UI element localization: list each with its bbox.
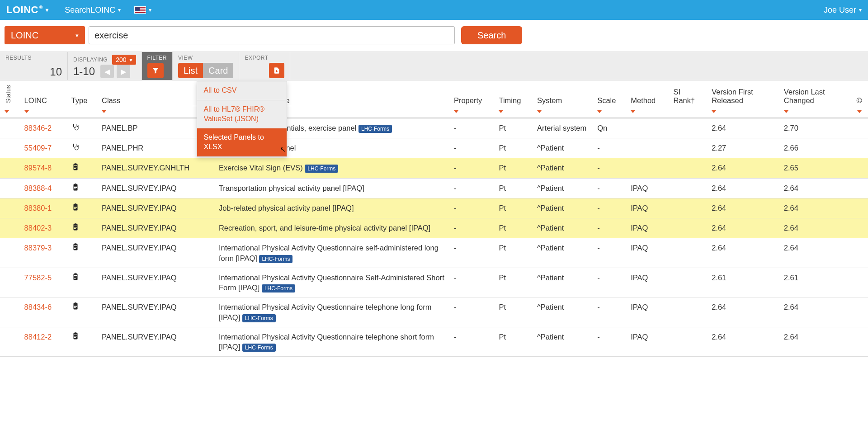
cell-class: PANEL.SURVEY.IPAQ [97,238,214,268]
sort-caret-icon[interactable] [454,110,458,113]
export-selected-xlsx[interactable]: Selected Panels to XLSX ↖ [197,128,287,156]
prev-page-button[interactable]: ◀ [100,65,114,78]
nav-searchloinc[interactable]: SearchLOINC ▾ [65,5,121,15]
page-size-select[interactable]: 200▾ [112,55,136,65]
clipboard-icon [71,183,80,191]
results-label: RESULTS [5,55,62,61]
export-label: EXPORT [245,55,284,61]
export-all-fhir-json[interactable]: All to HL7® FHIR® ValueSet (JSON) [197,100,287,129]
chevron-down-icon: ▾ [46,7,49,13]
sort-caret-icon[interactable] [712,110,716,113]
top-nav-bar: LOINC® ▾ SearchLOINC ▾ ▾ Joe User ▾ [0,0,868,20]
cell-version-last: 2.64 [779,238,850,268]
loinc-code-link[interactable]: 88388-4 [24,184,52,192]
sort-caret-icon[interactable] [597,110,602,113]
cell-version-last: 2.64 [779,218,850,238]
nav-user-menu[interactable]: Joe User ▾ [824,5,862,15]
col-version-last[interactable]: Version Last Changed [779,80,850,106]
filter-button[interactable] [147,63,164,78]
cell-class: PANEL.SURVEY.IPAQ [97,297,214,327]
loinc-code-link[interactable]: 88380-1 [24,204,52,212]
col-type[interactable]: Type [67,80,97,106]
cell-system: ^Patient [533,268,593,297]
sort-caret-icon[interactable] [499,110,503,113]
sort-caret-icon[interactable] [784,110,788,113]
cell-property: - [449,297,495,327]
sort-caret-icon[interactable] [5,110,9,113]
cell-timing: Pt [494,138,533,158]
displaying-label: DISPLAYING [73,57,108,63]
table-row[interactable]: 88346-2PANEL.BPBlood pressure essentials… [0,118,868,138]
col-loinc[interactable]: LOINC [20,80,67,106]
table-row[interactable]: 88388-4PANEL.SURVEY.IPAQTransportation p… [0,178,868,198]
cell-property: - [449,327,495,357]
search-scope-select[interactable]: LOINC ▾ [5,26,85,44]
table-row[interactable]: 88402-3PANEL.SURVEY.IPAQRecreation, spor… [0,218,868,238]
loinc-code-link[interactable]: 55409-7 [24,144,52,152]
brand-logo[interactable]: LOINC® ▾ [6,4,48,16]
table-row[interactable]: 88434-6PANEL.SURVEY.IPAQInternational Ph… [0,297,868,327]
cell-version-first: 2.27 [707,138,779,158]
clipboard-icon [71,163,80,171]
table-row[interactable]: 88380-1PANEL.SURVEY.IPAQJob-related phys… [0,198,868,218]
view-label: VIEW [178,55,233,61]
export-button[interactable] [269,63,284,78]
loinc-code-link[interactable]: 88379-3 [24,244,52,252]
clipboard-icon [71,273,80,281]
loinc-code-link[interactable]: 88346-2 [24,124,52,132]
cell-version-first: 2.64 [707,158,779,178]
col-status[interactable]: Status [0,80,20,106]
loinc-code-link[interactable]: 77582-5 [24,274,52,282]
sort-caret-icon[interactable] [537,110,542,113]
sort-caret-icon[interactable] [24,110,29,113]
view-list-button[interactable]: List [178,63,203,78]
table-row[interactable]: 55409-7PANEL.PHRExercise tracking panel-… [0,138,868,158]
clipboard-icon [71,332,80,340]
view-card-button[interactable]: Card [203,63,233,78]
cell-method [626,158,669,178]
cell-long-name: International Physical Activity Question… [214,327,449,357]
loinc-code-link[interactable]: 88434-6 [24,303,52,311]
next-page-button[interactable]: ▶ [117,65,130,78]
cell-scale: - [593,138,626,158]
export-all-csv[interactable]: All to CSV [197,81,287,100]
cell-system: ^Patient [533,218,593,238]
sort-caret-icon[interactable] [102,110,106,113]
view-toggle: List Card [178,63,233,78]
svg-point-0 [77,126,79,127]
cell-version-last: 2.64 [779,198,850,218]
col-si-rank[interactable]: SI Rank† [669,80,708,106]
search-input[interactable] [89,26,455,44]
cell-version-first: 2.64 [707,297,779,327]
col-system[interactable]: System [533,80,593,106]
loinc-code-link[interactable]: 89574-8 [24,164,52,172]
search-button[interactable]: Search [461,26,522,44]
col-method[interactable]: Method [626,80,669,106]
col-property[interactable]: Property [449,80,495,106]
stethoscope-icon [71,143,80,151]
sort-caret-icon[interactable] [857,110,862,113]
sort-caret-icon[interactable] [631,110,635,113]
results-toolbar: RESULTS 10 DISPLAYING 200▾ 1-10 ◀ ▶ FILT… [0,52,868,80]
funnel-icon [151,66,160,75]
table-row[interactable]: 77582-5PANEL.SURVEY.IPAQInternational Ph… [0,268,868,297]
cell-property: - [449,198,495,218]
table-row[interactable]: 89574-8PANEL.SURVEY.GNHLTHExercise Vital… [0,158,868,178]
col-version-first[interactable]: Version First Released [707,80,779,106]
cell-version-first: 2.64 [707,327,779,357]
table-row[interactable]: 88379-3PANEL.SURVEY.IPAQInternational Ph… [0,238,868,268]
cell-system: ^Patient [533,138,593,158]
cell-method: IPAQ [626,268,669,297]
chevron-down-icon: ▾ [118,7,121,13]
col-copyright[interactable]: © [850,80,868,106]
table-row[interactable]: 88412-2PANEL.SURVEY.IPAQInternational Ph… [0,327,868,357]
col-timing[interactable]: Timing [494,80,533,106]
col-scale[interactable]: Scale [593,80,626,106]
loinc-code-link[interactable]: 88412-2 [24,333,52,341]
loinc-code-link[interactable]: 88402-3 [24,224,52,232]
export-dropdown: All to CSV All to HL7® FHIR® ValueSet (J… [197,81,287,157]
cell-timing: Pt [494,178,533,198]
nav-locale[interactable]: ▾ [134,6,151,14]
chevron-down-icon: ▾ [859,7,862,13]
cell-system: ^Patient [533,297,593,327]
